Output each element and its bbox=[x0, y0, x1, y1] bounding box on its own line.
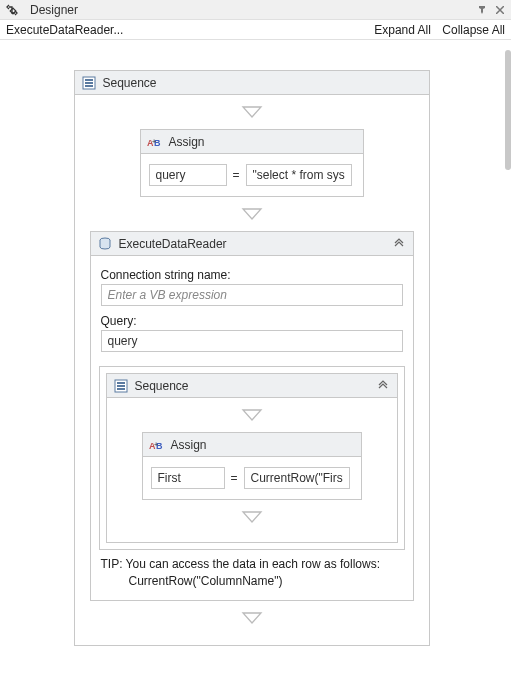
tip-line2: CurrentRow("ColumnName") bbox=[129, 573, 403, 590]
svg-rect-14 bbox=[117, 388, 125, 390]
svg-marker-19 bbox=[243, 512, 261, 522]
collapse-all-link[interactable]: Collapse All bbox=[442, 23, 505, 37]
svg-rect-12 bbox=[117, 382, 125, 384]
drop-indicator[interactable] bbox=[75, 207, 429, 221]
query-input[interactable] bbox=[101, 330, 403, 352]
sequence-header[interactable]: Sequence bbox=[75, 71, 429, 95]
collapse-icon[interactable] bbox=[375, 378, 391, 394]
svg-rect-4 bbox=[85, 85, 93, 87]
executedatareader-body: Connection string name: Query: bbox=[91, 256, 413, 356]
equals-label: = bbox=[231, 471, 238, 485]
connection-input[interactable] bbox=[101, 284, 403, 306]
sequence-title: Sequence bbox=[103, 76, 423, 90]
svg-rect-3 bbox=[85, 82, 93, 84]
svg-marker-5 bbox=[243, 107, 261, 117]
assign-icon: AB+ bbox=[147, 134, 163, 150]
tip-text: TIP: You can access the data in each row… bbox=[101, 556, 403, 590]
assign-body: = bbox=[141, 154, 363, 196]
inner-sequence-activity[interactable]: Sequence AB+ bbox=[106, 373, 398, 543]
designer-icon bbox=[4, 2, 20, 18]
svg-marker-20 bbox=[243, 613, 261, 623]
assign-header[interactable]: AB+ Assign bbox=[141, 130, 363, 154]
query-label: Query: bbox=[101, 314, 403, 328]
inner-assign-activity[interactable]: AB+ Assign = bbox=[142, 432, 362, 500]
assign-title: Assign bbox=[169, 135, 357, 149]
executedatareader-header[interactable]: ExecuteDataReader bbox=[91, 232, 413, 256]
svg-text:+: + bbox=[154, 441, 158, 448]
drop-indicator[interactable] bbox=[107, 408, 397, 422]
scrollbar-thumb[interactable] bbox=[505, 50, 511, 170]
sequence-activity[interactable]: Sequence AB+ Assign = bbox=[74, 70, 430, 646]
drop-indicator[interactable] bbox=[75, 105, 429, 119]
database-icon bbox=[97, 236, 113, 252]
svg-rect-2 bbox=[85, 79, 93, 81]
inner-sequence-title: Sequence bbox=[135, 379, 375, 393]
inner-assign-value-input[interactable] bbox=[244, 467, 350, 489]
drop-indicator[interactable] bbox=[75, 611, 429, 625]
design-canvas-wrap: Sequence AB+ Assign = bbox=[0, 40, 511, 696]
inner-assign-header[interactable]: AB+ Assign bbox=[143, 433, 361, 457]
assign-activity[interactable]: AB+ Assign = bbox=[140, 129, 364, 197]
assign-value-input[interactable] bbox=[246, 164, 352, 186]
close-button[interactable] bbox=[493, 3, 507, 17]
sequence-icon bbox=[113, 378, 129, 394]
inner-assign-title: Assign bbox=[171, 438, 355, 452]
collapse-icon[interactable] bbox=[391, 236, 407, 252]
breadcrumb[interactable]: ExecuteDataReader... bbox=[6, 23, 366, 37]
svg-text:+: + bbox=[152, 138, 156, 145]
titlebar: Designer bbox=[0, 0, 511, 20]
inner-sequence-header[interactable]: Sequence bbox=[107, 374, 397, 398]
inner-assign-to-input[interactable] bbox=[151, 467, 225, 489]
assign-icon: AB+ bbox=[149, 437, 165, 453]
design-canvas[interactable]: Sequence AB+ Assign = bbox=[0, 40, 503, 696]
svg-marker-15 bbox=[243, 410, 261, 420]
assign-to-input[interactable] bbox=[149, 164, 227, 186]
executedatareader-activity[interactable]: ExecuteDataReader Connection string name… bbox=[90, 231, 414, 601]
connection-label: Connection string name: bbox=[101, 268, 403, 282]
inner-assign-body: = bbox=[143, 457, 361, 499]
designer-panel: Designer ExecuteDataReader... Expand All… bbox=[0, 0, 511, 696]
executedatareader-title: ExecuteDataReader bbox=[119, 237, 391, 251]
svg-marker-9 bbox=[243, 209, 261, 219]
sequence-icon bbox=[81, 75, 97, 91]
tip-line1: TIP: You can access the data in each row… bbox=[101, 557, 381, 571]
drop-indicator[interactable] bbox=[107, 510, 397, 524]
panel-title: Designer bbox=[30, 3, 471, 17]
equals-label: = bbox=[233, 168, 240, 182]
vertical-scrollbar[interactable] bbox=[503, 40, 511, 696]
body-container: Sequence AB+ bbox=[99, 366, 405, 550]
svg-rect-13 bbox=[117, 385, 125, 387]
expand-all-link[interactable]: Expand All bbox=[374, 23, 431, 37]
breadcrumb-toolbar: ExecuteDataReader... Expand All Collapse… bbox=[0, 20, 511, 40]
pin-button[interactable] bbox=[475, 3, 489, 17]
